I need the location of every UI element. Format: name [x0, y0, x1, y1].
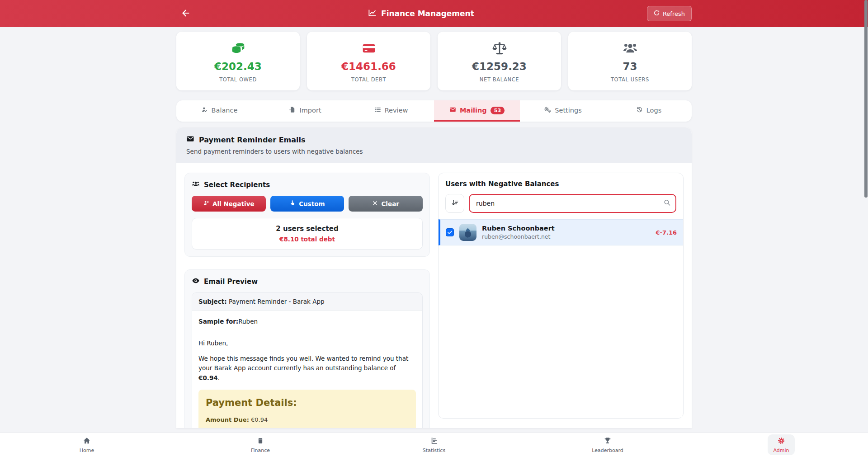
sample-for-label: Sample for: [198, 318, 238, 325]
sample-for-row: Sample for:Ruben [198, 317, 416, 326]
sort-amount-down-icon [451, 199, 459, 208]
balance-scale-icon [442, 41, 557, 56]
all-negative-label: All Negative [212, 200, 255, 207]
stat-value: 73 [573, 61, 687, 72]
eye-icon [192, 277, 200, 287]
chart-bar-icon [430, 437, 438, 446]
custom-label: Custom [299, 200, 325, 207]
selected-total-debt: €8.10 total debt [197, 236, 418, 243]
file-import-icon [289, 106, 296, 114]
arrow-left-icon [181, 8, 191, 19]
back-button[interactable] [176, 4, 195, 23]
negative-users-card: Users with Negative Balances [438, 173, 684, 419]
tab-label: Review [385, 107, 408, 114]
search-icon [663, 199, 671, 208]
tab-logs[interactable]: Logs [606, 100, 692, 122]
refresh-label: Refresh [663, 10, 685, 17]
payment-details-box: Payment Details: Amount Due: €0.94 Bank … [198, 390, 416, 428]
users-icon [573, 41, 687, 56]
stat-card-total-users: 73 TOTAL USERS [568, 32, 692, 90]
credit-card-icon [311, 41, 426, 56]
stat-value: €202.43 [181, 61, 295, 72]
tab-label: Import [299, 107, 321, 114]
email-preview-title: Email Preview [204, 278, 258, 286]
tab-settings[interactable]: Settings [520, 100, 606, 122]
search-field-wrap [469, 194, 676, 213]
user-row[interactable]: Ruben Schoonbaert ruben@schoonbaert.net … [439, 219, 683, 245]
hand-pointer-icon [289, 200, 296, 207]
user-email: ruben@schoonbaert.net [482, 233, 555, 240]
stat-card-total-owed: €202.43 TOTAL OWED [176, 32, 300, 90]
envelope-icon [186, 135, 194, 145]
negative-users-title: Users with Negative Balances [445, 180, 676, 188]
tab-label: Mailing [460, 107, 487, 114]
user-checkbox[interactable] [446, 228, 454, 236]
tab-bar: Balance Import Review Mailing 53 Setti [176, 100, 692, 122]
mailing-count-badge: 53 [491, 107, 505, 114]
email-paragraph-text: We hope this message finds you well. We … [198, 355, 408, 372]
home-icon [83, 437, 91, 446]
nav-item-leaderboard[interactable]: Leaderboard [521, 434, 694, 455]
user-x-icon [203, 200, 209, 207]
nav-item-finance[interactable]: Finance [174, 434, 347, 455]
all-negative-button[interactable]: All Negative [192, 196, 266, 212]
nav-item-admin[interactable]: Admin [694, 434, 868, 455]
stat-label: TOTAL USERS [573, 76, 687, 83]
recipients-title: Select Recipients [204, 181, 270, 189]
page-title: Finance Management [195, 9, 647, 19]
vertical-scrollbar[interactable] [864, 0, 868, 198]
refresh-button[interactable]: Refresh [647, 6, 692, 21]
nav-label: Home [80, 448, 94, 453]
custom-button[interactable]: Custom [270, 196, 344, 212]
app-header: Finance Management Refresh [0, 0, 868, 27]
mailing-panel-header: Payment Reminder Emails Send payment rem… [176, 127, 692, 163]
avatar [459, 224, 476, 241]
mailing-panel: Payment Reminder Emails Send payment rem… [176, 127, 692, 428]
sample-for-name: Ruben [238, 318, 258, 325]
tab-mailing[interactable]: Mailing 53 [434, 100, 520, 122]
envelope-icon [449, 106, 456, 114]
wallet-icon [256, 437, 264, 446]
tab-import[interactable]: Import [262, 100, 348, 122]
gears-icon [544, 106, 551, 115]
email-body: Sample for:Ruben Hi Ruben, We hope this … [192, 311, 422, 428]
amount-due-row: Amount Due: €0.94 [206, 415, 409, 424]
tab-balance[interactable]: Balance [176, 100, 262, 122]
email-paragraph-amount: €0.94 [198, 374, 218, 382]
payment-details-title: Payment Details: [206, 396, 409, 410]
tab-review[interactable]: Review [348, 100, 434, 122]
negative-users-list: Ruben Schoonbaert ruben@schoonbaert.net … [439, 219, 683, 245]
stats-row: €202.43 TOTAL OWED €1461.66 TOTAL DEBT €… [176, 32, 692, 90]
sort-button[interactable] [445, 194, 464, 213]
nav-label: Finance [251, 448, 270, 453]
email-paragraph: We hope this message finds you well. We … [198, 354, 416, 383]
stat-label: TOTAL DEBT [311, 76, 426, 83]
nav-item-home[interactable]: Home [0, 434, 174, 455]
user-identity: Ruben Schoonbaert ruben@schoonbaert.net [482, 225, 555, 240]
chart-line-icon [368, 9, 377, 19]
user-balance: €-7.16 [656, 229, 677, 236]
email-paragraph-period: . [218, 374, 220, 382]
selected-count: 2 users selected [197, 225, 418, 233]
user-search-input[interactable] [469, 194, 676, 213]
section-title: Payment Reminder Emails [199, 136, 306, 144]
gear-icon [777, 437, 785, 446]
user-name: Ruben Schoonbaert [482, 225, 555, 232]
tab-label: Settings [555, 107, 581, 114]
clear-button[interactable]: Clear [349, 196, 423, 212]
trophy-icon [604, 437, 612, 446]
users-icon [192, 180, 200, 190]
stat-label: TOTAL OWED [181, 76, 295, 83]
nav-label: Admin [773, 448, 789, 453]
email-preview-box: Subject: Payment Reminder - Barak App Sa… [192, 292, 423, 428]
history-icon [636, 106, 643, 114]
right-column: Users with Negative Balances [438, 173, 684, 419]
subject-label: Subject: [198, 298, 227, 305]
amount-due-value: €0.94 [251, 416, 268, 423]
email-greeting: Hi Ruben, [198, 339, 416, 348]
refresh-icon [654, 10, 660, 17]
user-pen-icon [201, 106, 208, 114]
stat-label: NET BALANCE [442, 76, 557, 83]
nav-item-statistics[interactable]: Statistics [347, 434, 521, 455]
email-subject-row: Subject: Payment Reminder - Barak App [192, 293, 422, 311]
